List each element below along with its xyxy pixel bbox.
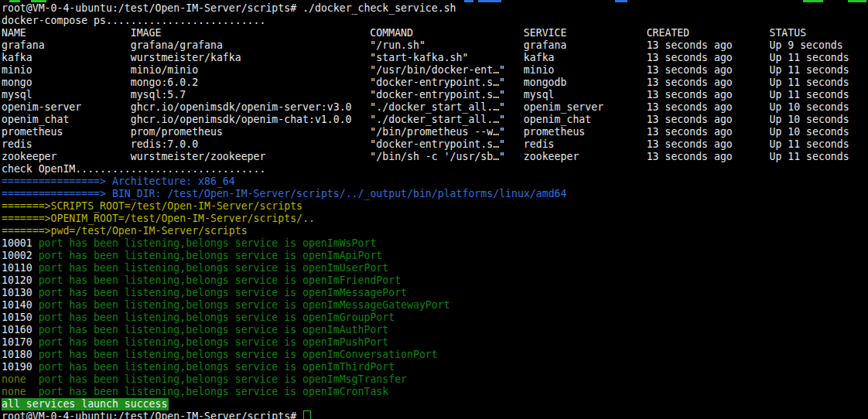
port-status-list: 10001 port has been listening,belongs se… — [0, 237, 868, 398]
service-name: openImAuthPort — [302, 324, 388, 336]
port-message: port has been listening,belongs service … — [39, 386, 302, 397]
pwd-line: =======>pwd=/test/Open-IM-Server/scripts — [0, 225, 868, 237]
space — [106, 188, 112, 199]
service-name: openImConversationPort — [302, 349, 438, 360]
port-line: 10190 port has been listening,belongs se… — [0, 361, 868, 373]
bindir-line: ================> BIN_DIR: /test/Open-IM… — [0, 188, 868, 200]
arrow-text: ================> — [2, 188, 106, 199]
ps-header-line: NAME IMAGE COMMAND SERVICE CREATED STATU… — [0, 27, 868, 39]
openim-root-line: =======>OPENIM_ROOT=/test/Open-IM-Server… — [0, 213, 868, 225]
service-name: openImThirdPort — [302, 361, 395, 373]
clipped-line-fragment — [478, 0, 501, 2]
ps-rows: grafana grafana/grafana "/run.sh" grafan… — [0, 39, 868, 163]
port-message: port has been listening,belongs service … — [39, 336, 302, 348]
ps-row: grafana grafana/grafana "/run.sh" grafan… — [0, 39, 868, 52]
terminal-window[interactable]: root@VM-0-4-ubuntu:/test/Open-IM-Server/… — [0, 0, 868, 419]
port-line: 10160 port has been listening,belongs se… — [0, 324, 868, 336]
port-message: port has been listening,belongs service … — [39, 287, 302, 298]
port-message: port has been listening,belongs service … — [39, 324, 302, 336]
clipped-line-fragment — [31, 0, 46, 2]
check-openim-line: check OpenIM............................… — [0, 163, 868, 175]
port-number: 10110 — [2, 262, 39, 274]
command-text: ./docker_check_service.sh — [302, 2, 456, 14]
scripts-root-line: =======>SCRIPTS_ROOT=/test/Open-IM-Serve… — [0, 200, 868, 213]
port-message: port has been listening,belongs service … — [39, 312, 302, 323]
port-message: port has been listening,belongs service … — [39, 373, 302, 385]
prompt-line: root@VM-0-4-ubuntu:/test/Open-IM-Server/… — [0, 2, 868, 15]
port-number: 10160 — [2, 324, 39, 336]
success-line: all services launch success — [0, 398, 868, 410]
clipped-line-fragment — [615, 0, 627, 2]
ps-row: mysql mysql:5.7 "docker-entrypoint.s…" m… — [0, 89, 868, 101]
space — [106, 175, 112, 187]
terminal-cursor[interactable] — [303, 410, 311, 419]
service-name: openImCronTask — [302, 386, 388, 397]
command-separator — [296, 2, 302, 14]
port-number: 10190 — [2, 361, 39, 373]
ps-row: kafka wurstmeister/kafka "start-kafka.sh… — [0, 52, 868, 64]
ps-row: mongo mongo:6.0.2 "docker-entrypoint.s…"… — [0, 77, 868, 89]
port-number: 10150 — [2, 312, 39, 323]
prompt-text: root@VM-0-4-ubuntu:/test/Open-IM-Server/… — [2, 410, 296, 419]
clipped-line-fragment — [9, 0, 20, 2]
clipped-line-fragment — [464, 0, 473, 2]
port-number: 10120 — [2, 274, 39, 286]
port-line: none port has been listening,belongs ser… — [0, 373, 868, 386]
port-line: 10180 port has been listening,belongs se… — [0, 349, 868, 361]
bindir-text: BIN_DIR: /test/Open-IM-Server/scripts/..… — [112, 188, 567, 199]
port-line: 10130 port has been listening,belongs se… — [0, 287, 868, 299]
port-number: 10140 — [2, 299, 39, 311]
port-line: 10001 port has been listening,belongs se… — [0, 237, 868, 250]
ps-row: openim-server ghcr.io/openimsdk/openim-s… — [0, 101, 868, 114]
port-line: 10170 port has been listening,belongs se… — [0, 336, 868, 349]
port-line: 10140 port has been listening,belongs se… — [0, 299, 868, 312]
ps-row: openim_chat ghcr.io/openimsdk/openim-cha… — [0, 114, 868, 126]
port-number: none — [2, 386, 39, 397]
service-name: openImWsPort — [302, 237, 376, 249]
service-name: openImPushPort — [302, 336, 388, 348]
port-number: 10170 — [2, 336, 39, 348]
ps-row: minio minio/minio "/usr/bin/docker-ent…"… — [0, 64, 868, 77]
port-message: port has been listening,belongs service … — [39, 237, 302, 249]
port-message: port has been listening,belongs service … — [39, 349, 302, 360]
service-name: openImMsgTransfer — [302, 373, 407, 385]
active-prompt-line[interactable]: root@VM-0-4-ubuntu:/test/Open-IM-Server/… — [0, 410, 868, 419]
port-number: 10180 — [2, 349, 39, 360]
service-name: openImFriendPort — [302, 274, 401, 286]
port-message: port has been listening,belongs service … — [39, 274, 302, 286]
port-number: 10002 — [2, 250, 39, 261]
arch-text: Architecture: x86_64 — [112, 175, 235, 187]
service-name: openImUserPort — [302, 262, 388, 274]
port-message: port has been listening,belongs service … — [39, 262, 302, 274]
service-name: openImApiPort — [302, 250, 382, 261]
port-line: 10110 port has been listening,belongs se… — [0, 262, 868, 274]
ps-table: NAME IMAGE COMMAND SERVICE CREATED STATU… — [0, 27, 868, 163]
port-message: port has been listening,belongs service … — [39, 250, 302, 261]
port-number: 10001 — [2, 237, 39, 249]
ps-row: redis redis:7.0.0 "docker-entrypoint.s…"… — [0, 138, 868, 151]
clipped-line-fragment — [803, 0, 823, 2]
service-name: openImMessageGatewayPort — [302, 299, 450, 311]
arch-line: ================> Architecture: x86_64 — [0, 175, 868, 188]
port-number: none — [2, 373, 39, 385]
prompt-text: root@VM-0-4-ubuntu:/test/Open-IM-Server/… — [2, 2, 296, 14]
service-name: openImMessagePort — [302, 287, 407, 298]
port-line: 10120 port has been listening,belongs se… — [0, 274, 868, 287]
service-name: openImGroupPort — [302, 312, 395, 323]
space — [296, 410, 302, 419]
compose-status-line: docker-compose ps.......................… — [0, 15, 868, 27]
arrow-text: ================> — [2, 175, 106, 187]
port-number: 10130 — [2, 287, 39, 298]
port-message: port has been listening,belongs service … — [39, 299, 302, 311]
clipped-line-fragment — [848, 0, 866, 2]
port-line: 10150 port has been listening,belongs se… — [0, 312, 868, 324]
port-line: 10002 port has been listening,belongs se… — [0, 250, 868, 262]
port-line: none port has been listening,belongs ser… — [0, 386, 868, 398]
ps-row: prometheus prom/prometheus "/bin/prometh… — [0, 126, 868, 138]
success-banner: all services launch success — [2, 398, 169, 410]
ps-row: zookeeper wurstmeister/zookeeper "/bin/s… — [0, 151, 868, 163]
port-message: port has been listening,belongs service … — [39, 361, 302, 373]
